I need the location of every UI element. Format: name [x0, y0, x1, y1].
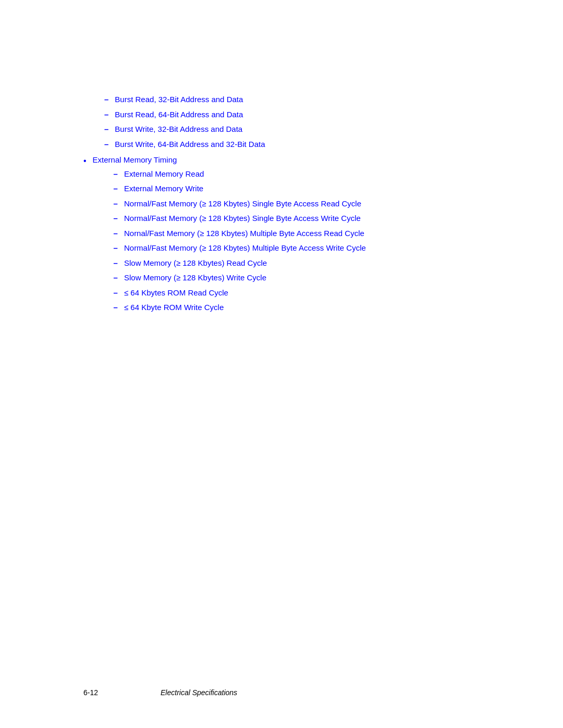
dash-icon: –: [104, 124, 108, 135]
dash-icon: –: [114, 287, 118, 299]
dash-icon: –: [114, 242, 118, 254]
list-item: – Burst Read, 64-Bit Address and Data: [104, 109, 480, 121]
footer-page-number: 6-12: [83, 688, 98, 697]
list-item: – Normal/Fast Memory (≥ 128 Kbytes) Sing…: [114, 213, 366, 225]
dash-icon: –: [114, 272, 118, 284]
list-item: – External Memory Read: [114, 168, 366, 180]
footer-title: Electrical Specifications: [161, 688, 237, 697]
item-text: Burst Write, 64-Bit Address and 32-Bit D…: [115, 139, 480, 151]
list-item: – ≤ 64 Kbytes ROM Read Cycle: [114, 287, 366, 299]
dash-icon: –: [114, 257, 118, 269]
item-text: Slow Memory (≥ 128 Kbytes) Read Cycle: [124, 257, 366, 269]
footer: 6-12 Electrical Specifications: [83, 688, 480, 697]
burst-items-list: – Burst Read, 32-Bit Address and Data – …: [104, 94, 480, 150]
list-item: – Slow Memory (≥ 128 Kbytes) Write Cycle: [114, 272, 366, 284]
timing-items-list: – External Memory Read – External Memory…: [114, 168, 366, 314]
list-item: – Normal/Fast Memory (≥ 128 Kbytes) Sing…: [114, 198, 366, 210]
item-text: Slow Memory (≥ 128 Kbytes) Write Cycle: [124, 272, 366, 284]
content-area: – Burst Read, 32-Bit Address and Data – …: [83, 94, 480, 317]
dash-icon: –: [114, 213, 118, 225]
dash-icon: –: [104, 94, 108, 106]
list-item: – Burst Write, 32-Bit Address and Data: [104, 124, 480, 135]
item-text: External Memory Read: [124, 168, 366, 180]
list-item: – Burst Write, 64-Bit Address and 32-Bit…: [104, 139, 480, 151]
item-text: External Memory Write: [124, 183, 366, 195]
item-text: Nornal/Fast Memory (≥ 128 Kbytes) Multip…: [124, 228, 366, 240]
item-text: Burst Read, 64-Bit Address and Data: [115, 109, 480, 121]
list-item-external-memory-timing: • External Memory Timing – External Memo…: [83, 154, 480, 317]
item-text: Normal/Fast Memory (≥ 128 Kbytes) Single…: [124, 198, 366, 210]
bullet-list: • External Memory Timing – External Memo…: [83, 154, 480, 317]
timing-sub-list: – External Memory Read – External Memory…: [93, 168, 366, 314]
list-item: – Normal/Fast Memory (≥ 128 Kbytes) Mult…: [114, 242, 366, 254]
dash-icon: –: [114, 198, 118, 210]
dash-icon: –: [114, 183, 118, 195]
item-text: Normal/Fast Memory (≥ 128 Kbytes) Multip…: [124, 242, 366, 254]
item-text: Normal/Fast Memory (≥ 128 Kbytes) Single…: [124, 213, 366, 225]
dash-icon: –: [114, 168, 118, 180]
bullet-content: External Memory Timing – External Memory…: [93, 154, 366, 317]
item-text: ≤ 64 Kbytes ROM Read Cycle: [124, 287, 366, 299]
dash-icon: –: [104, 109, 108, 121]
list-item: – Burst Read, 32-Bit Address and Data: [104, 94, 480, 106]
item-text: Burst Read, 32-Bit Address and Data: [115, 94, 480, 106]
dash-icon: –: [104, 139, 108, 151]
item-text: ≤ 64 Kbyte ROM Write Cycle: [124, 302, 366, 314]
list-item: – External Memory Write: [114, 183, 366, 195]
list-item: – Nornal/Fast Memory (≥ 128 Kbytes) Mult…: [114, 228, 366, 240]
dash-icon: –: [114, 228, 118, 240]
top-sub-list: – Burst Read, 32-Bit Address and Data – …: [83, 94, 480, 150]
bullet-icon: •: [83, 155, 87, 167]
list-item: – Slow Memory (≥ 128 Kbytes) Read Cycle: [114, 257, 366, 269]
page: – Burst Read, 32-Bit Address and Data – …: [0, 0, 563, 728]
dash-icon: –: [114, 302, 118, 314]
bullet-label: External Memory Timing: [93, 155, 177, 164]
item-text: Burst Write, 32-Bit Address and Data: [115, 124, 480, 135]
list-item: – ≤ 64 Kbyte ROM Write Cycle: [114, 302, 366, 314]
